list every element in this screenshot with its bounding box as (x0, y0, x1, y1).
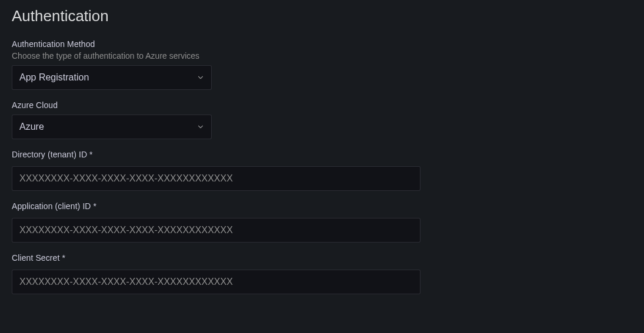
auth-method-group: Authentication Method Choose the type of… (12, 39, 632, 90)
auth-method-value: App Registration (19, 72, 89, 83)
section-title: Authentication (12, 7, 632, 25)
azure-cloud-select[interactable]: Azure (12, 115, 212, 139)
tenant-id-label: Directory (tenant) ID * (12, 150, 632, 159)
client-id-input[interactable] (12, 218, 421, 243)
client-secret-label: Client Secret * (12, 253, 632, 263)
tenant-id-input[interactable] (12, 166, 421, 191)
client-id-label: Application (client) ID * (12, 201, 632, 211)
azure-cloud-label: Azure Cloud (12, 100, 632, 110)
auth-method-description: Choose the type of authentication to Azu… (12, 51, 632, 60)
tenant-id-group: Directory (tenant) ID * (12, 150, 632, 191)
client-secret-input[interactable] (12, 270, 421, 294)
azure-cloud-group: Azure Cloud Azure (12, 100, 632, 139)
client-id-group: Application (client) ID * (12, 201, 632, 243)
auth-method-select[interactable]: App Registration (12, 65, 212, 90)
azure-cloud-value: Azure (19, 122, 44, 132)
auth-method-label: Authentication Method (12, 39, 632, 49)
client-secret-group: Client Secret * (12, 253, 632, 294)
